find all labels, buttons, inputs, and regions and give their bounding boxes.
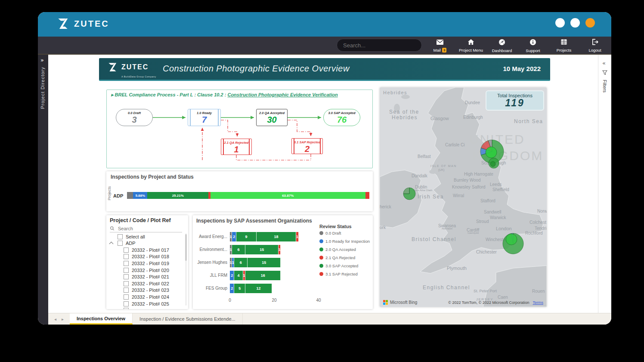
bar-segment-3-1-sap-rejected[interactable]: 1 bbox=[296, 232, 298, 241]
flow-node-2-1-qa-rejected[interactable]: 2.1 QA Rejected1 bbox=[221, 139, 252, 155]
window-control-dot-3[interactable] bbox=[585, 18, 595, 28]
bar-segment-2-0-qa-accepted[interactable]: 9 bbox=[236, 232, 256, 241]
slicer-item-20332-plot-025[interactable]: 20332 - Plot# 025 bbox=[124, 300, 169, 307]
legend-item-2-0-qa-accepted[interactable]: 2.0 QA Accepted bbox=[319, 247, 356, 252]
checkbox[interactable] bbox=[124, 281, 129, 286]
legend-item-1-0-ready-for-inspection[interactable]: 1.0 Ready for Inspection bbox=[319, 239, 370, 244]
slicer-item-20332-plot-021[interactable]: 20332 - Plot# 021 bbox=[124, 274, 169, 280]
slicer-item-partial[interactable] bbox=[124, 307, 132, 309]
slicer-item-select-all[interactable]: Select all bbox=[118, 233, 145, 240]
flow-node-label: 1.0 Ready bbox=[197, 111, 212, 115]
checkbox[interactable] bbox=[124, 254, 129, 259]
segment-value: 2 bbox=[231, 273, 233, 278]
bar-segment-3-0-sap-accepted[interactable]: 12 bbox=[245, 284, 272, 293]
status-segment-2-0-qa-accepted[interactable]: 25.21% bbox=[147, 192, 208, 199]
bar-segment-1-0-ready-for-inspection[interactable]: 2 bbox=[230, 284, 234, 293]
map-bubbles[interactable] bbox=[380, 87, 547, 307]
search-input[interactable] bbox=[342, 42, 420, 49]
bubble-inner-circle[interactable] bbox=[486, 147, 497, 158]
sap-bar-award-energ[interactable]: 129181 bbox=[230, 232, 299, 241]
nav-item-logout[interactable]: Logout bbox=[579, 37, 610, 54]
collapse-chevron-icon[interactable] bbox=[109, 242, 114, 246]
nav-item-mail[interactable]: Mail3 bbox=[424, 37, 455, 54]
slicer-item-adp[interactable]: ADP bbox=[118, 240, 136, 247]
tab-prev-icon[interactable]: ◂ bbox=[54, 317, 56, 322]
flow-node-2-0-qa-accepted[interactable]: 2.0 QA Accepted30 bbox=[256, 109, 288, 126]
expand-rail-icon[interactable]: » bbox=[40, 57, 44, 63]
sap-orgs-panel: Inspections by SAP Assessment Organizati… bbox=[193, 215, 373, 309]
legend-item-3-1-sap-rejected[interactable]: 3.1 SAP Rejected bbox=[319, 272, 358, 276]
flow-node-1-0-ready[interactable]: 1.0 Ready7 bbox=[188, 109, 221, 126]
flow-connectors bbox=[107, 90, 372, 168]
bar-segment-2-0-qa-accepted[interactable]: 6 bbox=[232, 245, 245, 254]
checkbox[interactable] bbox=[124, 308, 129, 309]
terms-link[interactable]: Terms bbox=[533, 300, 544, 305]
sap-bar-fes-group[interactable]: 2512 bbox=[230, 284, 272, 293]
tab-inspection-evidence-submissions-extende[interactable]: Inspection / Evidence Submissions Extend… bbox=[133, 313, 243, 325]
tab-inspections-overview[interactable]: Inspections Overview bbox=[70, 313, 133, 325]
nav-item-support[interactable]: Support bbox=[517, 37, 548, 54]
status-segment-3-0-sap-accepted[interactable]: 63.87% bbox=[211, 192, 365, 199]
legend-item-3-0-sap-accepted[interactable]: 3.0 SAP Accepted bbox=[319, 263, 358, 268]
slicer-item-20332-plot-023[interactable]: 20332 - Plot# 023 bbox=[124, 287, 169, 294]
checkbox[interactable] bbox=[118, 241, 123, 246]
bar-segment-1-0-ready-for-inspection[interactable]: 2 bbox=[232, 232, 236, 241]
flow-node-3-0-sap-accepted[interactable]: 3.0 SAP Accepted76 bbox=[323, 109, 360, 126]
bubble-inner-circle[interactable] bbox=[490, 161, 495, 167]
bar-segment-2-0-qa-accepted[interactable]: 4 bbox=[234, 271, 243, 280]
status-segment-1-0-ready-for-inspection[interactable]: 5.88% bbox=[133, 192, 147, 199]
bar-segment-3-0-sap-accepted[interactable]: 15 bbox=[248, 258, 281, 267]
checkbox[interactable] bbox=[124, 261, 129, 266]
flow-node-value: 3 bbox=[132, 115, 136, 124]
window-control-dot-1[interactable] bbox=[555, 18, 565, 28]
bar-segment-3-1-sap-rejected[interactable]: 1 bbox=[279, 245, 281, 254]
slicer-item-20332-plot-019[interactable]: 20332 - Plot# 019 bbox=[124, 260, 169, 266]
nav-item-dashboard[interactable]: Dashboard bbox=[486, 37, 517, 54]
flow-node-3-1-sap-rejected[interactable]: 3.1 SAP Rejected2 bbox=[291, 138, 323, 154]
slicer-item-20332-plot-018[interactable]: 20332 - Plot# 018 bbox=[124, 254, 169, 260]
status-segment-3-1-sap-rejected[interactable] bbox=[365, 192, 369, 199]
bar-segment-3-0-sap-accepted[interactable]: 15 bbox=[245, 245, 279, 254]
expand-filters-icon[interactable]: « bbox=[602, 60, 606, 66]
slicer-item-20332-plot-020[interactable]: 20332 - Plot# 020 bbox=[124, 267, 169, 273]
slicer-item-20332-plot-017[interactable]: 20332 - Plot# 017 bbox=[124, 247, 169, 253]
checkbox[interactable] bbox=[124, 301, 129, 306]
search-box[interactable] bbox=[337, 39, 422, 52]
inspection-bubble-4[interactable] bbox=[503, 233, 523, 254]
nav-item-label: Mail3 bbox=[433, 48, 447, 53]
nav-item-label: Projects bbox=[557, 48, 571, 53]
slicer-search[interactable] bbox=[110, 225, 182, 232]
inspection-bubble-2[interactable] bbox=[489, 158, 499, 168]
legend-item-2-1-qa-rejected[interactable]: 2.1 QA Rejected bbox=[319, 255, 355, 260]
inspection-bubble-3[interactable] bbox=[403, 188, 415, 200]
tab-next-icon[interactable]: ▸ bbox=[62, 317, 64, 322]
bubble-slice[interactable] bbox=[403, 188, 409, 194]
sap-bar-environment[interactable]: 16151 bbox=[230, 245, 281, 254]
nav-item-projects[interactable]: Projects bbox=[548, 37, 579, 54]
slicer-item-20332-plot-022[interactable]: 20332 - Plot# 022 bbox=[124, 280, 169, 287]
bar-segment-2-0-qa-accepted[interactable]: 6 bbox=[234, 258, 248, 267]
legend-item-0-0-draft[interactable]: 0.0 Draft bbox=[319, 231, 341, 235]
bar-segment-3-0-sap-accepted[interactable]: 16 bbox=[245, 271, 281, 280]
bar-segment-3-0-sap-accepted[interactable]: 18 bbox=[257, 232, 297, 241]
sap-bar-jll-frm[interactable]: 24116 bbox=[230, 271, 281, 280]
checkbox[interactable] bbox=[124, 294, 129, 300]
slicer-search-input[interactable] bbox=[117, 226, 182, 232]
slicer-item-20332-plot-024[interactable]: 20332 - Plot# 024 bbox=[124, 294, 169, 300]
bar-segment-2-0-qa-accepted[interactable]: 5 bbox=[234, 284, 245, 293]
checkbox[interactable] bbox=[124, 288, 129, 293]
checkbox[interactable] bbox=[118, 234, 123, 239]
slicer-scrollbar[interactable] bbox=[185, 233, 187, 306]
status-segment-0-0-draft[interactable] bbox=[127, 192, 133, 199]
checkbox[interactable] bbox=[124, 274, 129, 279]
flow-node-0-0-draft[interactable]: 0.0 Draft3 bbox=[116, 109, 153, 126]
sap-bar-jensen-hughes[interactable]: 11615 bbox=[230, 258, 281, 267]
bubble-inner-circle[interactable] bbox=[506, 234, 517, 245]
window-control-dot-2[interactable] bbox=[570, 18, 580, 28]
nav-item-project-menu[interactable]: Project Menu bbox=[455, 37, 486, 54]
bar-segment-1-0-ready-for-inspection[interactable]: 2 bbox=[230, 271, 234, 280]
grid-icon bbox=[560, 39, 567, 47]
checkbox[interactable] bbox=[124, 268, 129, 273]
checkbox[interactable] bbox=[124, 248, 129, 253]
scrollbar-thumb[interactable] bbox=[185, 234, 187, 261]
